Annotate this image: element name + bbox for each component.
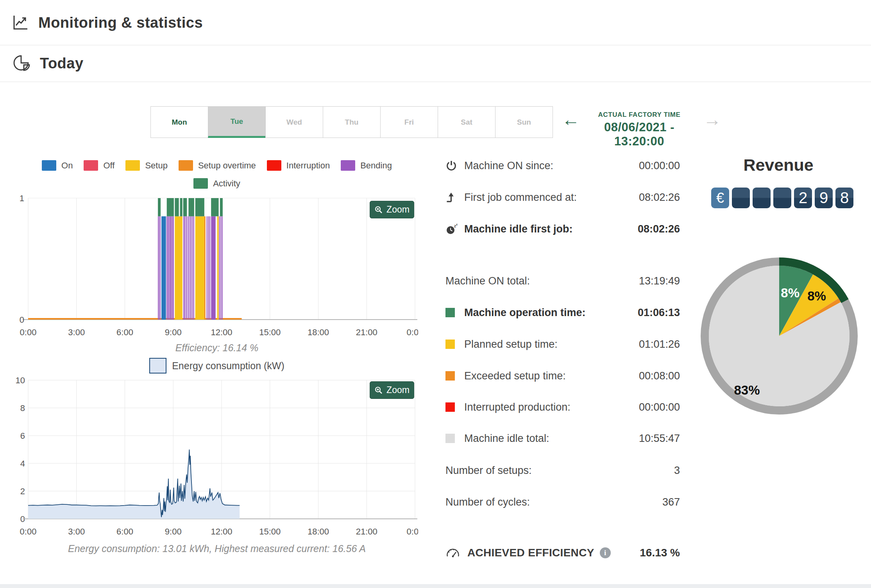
svg-text:6:00: 6:00 — [116, 327, 133, 337]
stat-row: Number of setups:3 — [445, 461, 680, 480]
svg-text:4: 4 — [20, 459, 25, 468]
svg-text:21:00: 21:00 — [356, 527, 377, 536]
legend-item-activity: Activity — [193, 178, 240, 189]
stat-row: First job commenced at:08:02:26 — [445, 188, 680, 207]
svg-text:12:00: 12:00 — [211, 527, 232, 536]
legend-swatch-activity — [193, 178, 208, 189]
svg-text:0:00: 0:00 — [20, 327, 37, 337]
legend-item-setup: Setup — [125, 160, 168, 171]
stat-label: Exceeded setup time: — [464, 370, 566, 382]
svg-text:83%: 83% — [734, 383, 760, 397]
tab-fri[interactable]: Fri — [380, 106, 438, 138]
timeline-zoom-button[interactable]: Zoom — [370, 201, 414, 218]
svg-text:12:00: 12:00 — [211, 327, 232, 337]
first-job-icon — [445, 191, 464, 203]
tab-wed[interactable]: Wed — [265, 106, 323, 138]
stat-label: First job commenced at: — [464, 191, 577, 204]
stat-row: Exceeded setup time:00:08:00 — [445, 366, 680, 385]
legend-swatch-setup — [125, 160, 140, 171]
section-header: Today — [0, 45, 871, 82]
line-chart-icon — [12, 13, 30, 33]
svg-text:10: 10 — [16, 375, 25, 385]
tab-tue[interactable]: Tue — [208, 106, 266, 138]
tab-sat[interactable]: Sat — [438, 106, 495, 138]
previous-day-arrow[interactable]: ← — [562, 111, 580, 129]
energy-zoom-button[interactable]: Zoom — [370, 381, 414, 399]
info-icon[interactable]: i — [600, 547, 611, 558]
revenue-digit-cell — [732, 188, 750, 208]
stat-swatch-setup — [445, 340, 455, 349]
page-title: Monitoring & statistics — [38, 14, 203, 31]
stat-swatch-interruption — [445, 402, 455, 412]
energy-legend: Energy consumption (kW) — [16, 358, 418, 374]
legend-item-bending: Bending — [341, 160, 392, 171]
next-day-arrow[interactable]: → — [703, 111, 721, 129]
svg-text:1: 1 — [20, 193, 24, 203]
stat-value: 01:06:13 — [638, 307, 680, 319]
revenue-digit-cell — [773, 188, 791, 208]
stat-value: 08:02:26 — [638, 223, 680, 235]
legend-item-interruption: Interruption — [267, 160, 330, 171]
stat-label: Planned setup time: — [464, 338, 558, 350]
stat-row: Planned setup time:01:01:26 — [445, 335, 680, 354]
gauge-icon — [445, 546, 460, 560]
svg-text:0:00: 0:00 — [20, 527, 37, 536]
svg-text:8%: 8% — [781, 286, 799, 300]
efficiency-caption: Efficiency: 16.14 % — [16, 342, 418, 354]
stat-value: 01:01:26 — [639, 338, 680, 350]
magnifier-plus-icon — [374, 206, 383, 214]
legend-item-setup_overtime: Setup overtime — [179, 160, 256, 171]
achieved-efficiency-row: ACHIEVED EFFICIENCY i 16.13 % — [445, 543, 680, 563]
svg-text:8: 8 — [20, 403, 25, 413]
idle-clock-icon: zz — [445, 223, 464, 235]
energy-legend-swatch — [149, 358, 166, 374]
svg-text:0:00: 0:00 — [407, 527, 418, 536]
tab-mon[interactable]: Mon — [150, 106, 208, 138]
legend-swatch-interruption — [267, 160, 281, 171]
revenue-digit-cell: 9 — [815, 188, 833, 208]
stat-value: 00:08:00 — [639, 370, 680, 382]
svg-text:15:00: 15:00 — [259, 327, 281, 337]
achieved-efficiency-value: 16.13 % — [640, 547, 680, 559]
section-title: Today — [40, 55, 84, 72]
revenue-digit-cell: 2 — [794, 188, 812, 208]
stat-value: 13:19:49 — [639, 275, 680, 287]
svg-text:8%: 8% — [807, 289, 826, 303]
revenue-digit-cell: 8 — [835, 188, 853, 208]
stat-swatch-setup_overtime — [445, 371, 455, 381]
energy-consumption-chart[interactable]: 02468100:003:006:009:0012:0015:0018:0021… — [16, 374, 418, 540]
legend-label: Bending — [360, 161, 392, 171]
stat-row: Interrupted production:00:00:00 — [445, 398, 680, 416]
stat-row: zzMachine idle first job:08:02:26 — [445, 220, 680, 238]
svg-text:0: 0 — [20, 315, 24, 325]
stat-row: Machine idle total:10:55:47 — [445, 429, 680, 448]
stat-value: 3 — [674, 465, 680, 477]
legend-label: Activity — [213, 179, 240, 189]
svg-text:9:00: 9:00 — [165, 327, 182, 337]
tab-sun[interactable]: Sun — [495, 106, 553, 138]
legend-item-off: Off — [84, 160, 114, 171]
time-distribution-pie-chart: 8%8%83% — [698, 255, 862, 419]
power-icon — [445, 160, 464, 172]
achieved-efficiency-label: ACHIEVED EFFICIENCY — [467, 547, 594, 559]
monitoring-statistics-page: Monitoring & statistics Today MonTueWedT… — [0, 0, 871, 588]
svg-text:18:00: 18:00 — [308, 327, 329, 337]
stat-row: Machine operation time:01:06:13 — [445, 303, 680, 322]
svg-text:3:00: 3:00 — [68, 527, 85, 536]
svg-text:2: 2 — [20, 486, 25, 496]
stat-label: Machine idle first job: — [464, 223, 573, 235]
zoom-button-label: Zoom — [386, 385, 410, 395]
tab-thu[interactable]: Thu — [323, 106, 381, 138]
svg-text:6:00: 6:00 — [116, 527, 133, 536]
stat-value: 00:00:00 — [639, 160, 680, 172]
status-legend-row-2: Activity — [16, 178, 418, 189]
legend-label: Off — [103, 161, 114, 171]
pie-chart-icon — [13, 54, 31, 74]
machine-status-timeline-chart[interactable]: 100:003:006:009:0012:0015:0018:0021:000:… — [16, 192, 418, 342]
legend-label: Setup — [145, 161, 168, 171]
energy-caption: Energy consumption: 13.01 kWh, Highest m… — [16, 543, 418, 554]
stat-label: Machine operation time: — [464, 307, 586, 319]
legend-swatch-on — [42, 160, 56, 171]
svg-text:3:00: 3:00 — [68, 327, 85, 337]
svg-text:21:00: 21:00 — [356, 327, 377, 337]
